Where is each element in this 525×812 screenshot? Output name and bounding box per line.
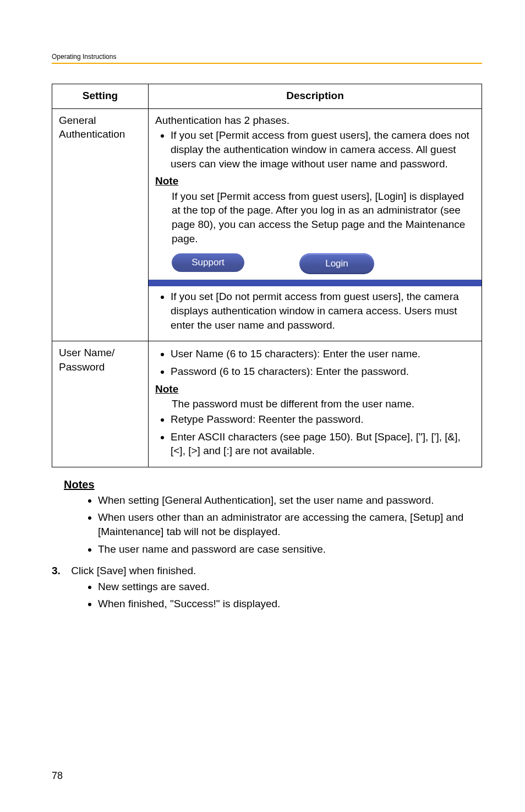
table-row: User Name/ Password User Name (6 to 15 c… [52, 341, 482, 467]
desc-intro: Authentication has 2 phases. [155, 113, 475, 128]
blue-strip [149, 280, 482, 286]
running-header: Operating Instructions [52, 53, 482, 61]
header-rule [52, 63, 482, 64]
step-number: 3. [52, 564, 68, 579]
desc-bullet: Retype Password: Reenter the password. [171, 412, 475, 427]
login-button[interactable]: Login [300, 254, 373, 273]
desc-bullet: Password (6 to 15 characters): Enter the… [171, 364, 475, 379]
note-heading: Note [155, 174, 475, 188]
list-item: New settings are saved. [98, 580, 482, 595]
desc-bullet: User Name (6 to 15 characters): Enter th… [171, 347, 475, 361]
desc-bullet: Enter ASCII characters (see page 150). B… [171, 430, 475, 458]
settings-table: Setting Description General Authenticati… [52, 84, 482, 467]
cell-setting-username-password: User Name/ Password [52, 341, 149, 467]
list-item: The user name and password are case sens… [98, 542, 482, 557]
th-description: Description [149, 84, 482, 109]
th-setting: Setting [52, 84, 149, 109]
note-heading: Note [155, 382, 475, 396]
step-text: Click [Save] when finished. [71, 565, 196, 576]
step-sub-list: New settings are saved. When finished, "… [52, 580, 482, 611]
note-body: If you set [Permit access from guest use… [172, 189, 475, 246]
desc-bullet: If you set [Permit access from guest use… [171, 128, 475, 171]
cell-desc-username-password: User Name (6 to 15 characters): Enter th… [149, 341, 482, 467]
notes-list: When setting [General Authentication], s… [52, 493, 482, 557]
cell-setting-general-auth: General Authentication [52, 108, 149, 341]
cell-desc-general-auth: Authentication has 2 phases. If you set … [149, 108, 482, 341]
page-number: 78 [52, 770, 63, 782]
button-row: Support Login [172, 253, 475, 274]
notes-heading: Notes [64, 478, 482, 491]
desc-bullet: If you set [Do not permit access from gu… [171, 290, 475, 332]
note-indent-text: The password must be different from the … [172, 397, 475, 411]
table-row: General Authentication Authentication ha… [52, 108, 482, 341]
list-item: When users other than an administrator a… [98, 510, 482, 538]
support-button[interactable]: Support [172, 253, 244, 272]
login-button-outline[interactable]: Login [299, 253, 374, 274]
list-item: When finished, "Success!" is displayed. [98, 597, 482, 612]
step-3: 3. Click [Save] when finished. [52, 564, 482, 579]
list-item: When setting [General Authentication], s… [98, 493, 482, 508]
